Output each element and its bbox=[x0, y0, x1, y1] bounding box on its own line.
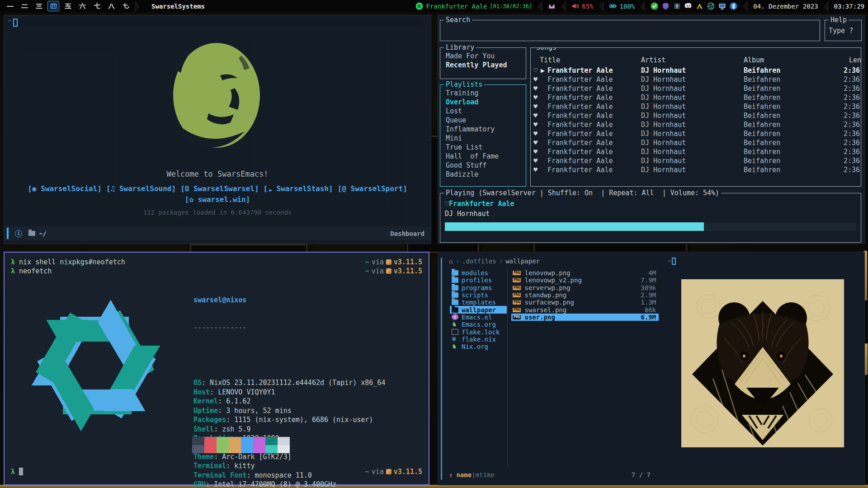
dashboard-link[interactable]: [◉ SwarselSocial] bbox=[28, 184, 102, 193]
favorite-heart-icon[interactable]: ♥ bbox=[533, 84, 538, 93]
monitor-icon[interactable] bbox=[718, 2, 726, 10]
favorite-heart-icon[interactable]: ♥ bbox=[533, 93, 538, 102]
discord-icon[interactable] bbox=[684, 2, 692, 10]
song-row[interactable]: ♥ Frankfurter Aale DJ Hornhaut Beifahren… bbox=[531, 147, 861, 156]
playlist-item[interactable]: Training bbox=[446, 89, 526, 98]
search-box-label: Search bbox=[444, 16, 472, 24]
dashboard-link-swarsel-win[interactable]: [✿ swarsel.win] bbox=[185, 195, 250, 204]
emacs-tab-bar[interactable] bbox=[16, 19, 423, 27]
sort-key[interactable]: name bbox=[456, 471, 472, 479]
workspace-3[interactable] bbox=[33, 1, 45, 11]
dir-item[interactable]: programs bbox=[450, 284, 507, 291]
song-row[interactable]: ♥ Frankfurter Aale DJ Hornhaut Beifahren… bbox=[531, 156, 861, 165]
song-row[interactable]: ♥ Frankfurter Aale DJ Hornhaut Beifahren… bbox=[531, 111, 861, 120]
tray-icon-shield[interactable] bbox=[662, 2, 670, 10]
battery-module[interactable]: 100% bbox=[609, 2, 635, 10]
dir-item[interactable]: flake.nix bbox=[450, 336, 507, 343]
progress-bar[interactable] bbox=[445, 222, 856, 231]
tray-icon-check[interactable] bbox=[651, 2, 658, 10]
favorite-heart-icon[interactable]: ♥ bbox=[533, 120, 538, 129]
workspace-1[interactable] bbox=[4, 1, 16, 11]
neofetch-separator: ------------- bbox=[193, 323, 385, 332]
tray-icon-tent[interactable] bbox=[696, 2, 703, 10]
breadcrumb-parent[interactable]: .dotfiles bbox=[462, 258, 496, 265]
sort-alt[interactable]: |mtime bbox=[472, 471, 495, 479]
song-row[interactable]: ♡ ▶ Frankfurter Aale DJ Hornhaut Beifahr… bbox=[531, 66, 861, 75]
playlist-item[interactable]: Queue bbox=[446, 116, 526, 125]
library-item[interactable]: Made For You bbox=[446, 52, 526, 61]
playlist-item[interactable]: True List bbox=[446, 143, 526, 152]
file-type-icon bbox=[452, 285, 458, 291]
workspace-4-active[interactable] bbox=[47, 1, 59, 11]
file-manager-scrollbar[interactable] bbox=[441, 258, 442, 480]
file-item[interactable]: PNG standwp.png 2.9M bbox=[511, 291, 659, 299]
file-item[interactable]: PNG surfacewp.png 1.3M bbox=[511, 299, 659, 306]
workspace-7[interactable] bbox=[91, 1, 103, 11]
terminal-window[interactable]: λ nix shell nixpkgs#neofetch ~viav3.11.5… bbox=[4, 252, 429, 485]
song-row[interactable]: ♥ Frankfurter Aale DJ Hornhaut Beifahren… bbox=[531, 102, 861, 111]
workspace-5[interactable] bbox=[62, 1, 74, 11]
workspace-8[interactable] bbox=[105, 1, 117, 11]
playing-indicator-icon: ▶ bbox=[541, 66, 545, 75]
dir-item[interactable]: Emacs.org bbox=[450, 321, 507, 328]
song-row[interactable]: ♥ Frankfurter Aale DJ Hornhaut Beifahren… bbox=[531, 165, 861, 174]
dir-item[interactable]: scripts bbox=[450, 291, 507, 299]
favorite-heart-icon[interactable]: ♥ bbox=[533, 111, 538, 120]
dir-item[interactable]: Emacs.el bbox=[450, 314, 507, 321]
favorite-heart-icon[interactable]: ♥ bbox=[533, 147, 538, 156]
bluetooth-icon[interactable] bbox=[730, 2, 737, 10]
workspace-2[interactable] bbox=[19, 1, 30, 11]
file-item[interactable]: PNG lenovowp.png 4M bbox=[511, 269, 659, 277]
folder-icon bbox=[28, 231, 35, 236]
favorite-heart-icon[interactable]: ♥ bbox=[533, 75, 538, 84]
favorite-heart-icon[interactable]: ♥ bbox=[533, 165, 538, 174]
playlists-box: Playlists TrainingOverloadLostQueueInfla… bbox=[440, 84, 526, 187]
shell-prompt[interactable]: λ bbox=[11, 468, 23, 476]
playlist-item[interactable]: Inflammatory bbox=[446, 125, 526, 134]
workspace-6[interactable] bbox=[76, 1, 88, 11]
song-row[interactable]: ♥ Frankfurter Aale DJ Hornhaut Beifahren… bbox=[531, 138, 861, 147]
playlist-item[interactable]: Mini bbox=[446, 134, 526, 143]
dir-item[interactable]: profiles bbox=[450, 277, 507, 284]
dashboard-link[interactable]: [♫ SwarselSound] bbox=[106, 184, 176, 193]
playlist-item[interactable]: Hall of Fame bbox=[446, 152, 526, 161]
song-row[interactable]: ♥ Frankfurter Aale DJ Hornhaut Beifahren… bbox=[531, 84, 861, 93]
dashboard-link[interactable]: [@ SwarselSport] bbox=[338, 184, 407, 193]
dir-item[interactable]: modules bbox=[450, 269, 507, 277]
tray-icon-keepass[interactable] bbox=[673, 2, 681, 10]
playlist-item[interactable]: Overload bbox=[446, 98, 526, 107]
favorite-heart-icon[interactable]: ♥ bbox=[533, 102, 538, 111]
favorite-heart-icon[interactable]: ♡ bbox=[533, 66, 538, 75]
playlist-item[interactable]: Lost bbox=[446, 107, 526, 116]
favorite-heart-icon[interactable]: ♥ bbox=[533, 129, 538, 138]
workspace-9[interactable] bbox=[120, 1, 132, 11]
breadcrumb-current[interactable]: wallpaper bbox=[505, 258, 540, 265]
file-item[interactable]: PNG lenovowp_v2.png 7.9M bbox=[511, 277, 659, 284]
dashboard-link[interactable]: [Ω SwarselSwarsel] bbox=[180, 184, 259, 193]
file-item[interactable]: PNG user.png 6.9M bbox=[511, 314, 659, 321]
dir-item[interactable]: wallpaper bbox=[450, 306, 507, 313]
playlist-item[interactable]: Good Stuff bbox=[446, 161, 526, 170]
song-row[interactable]: ♥ Frankfurter Aale DJ Hornhaut Beifahren… bbox=[531, 93, 861, 102]
battery-icon bbox=[609, 2, 617, 10]
search-input[interactable]: Search bbox=[440, 20, 820, 41]
favorite-heart-icon[interactable]: ♥ bbox=[533, 138, 538, 147]
volume-module[interactable]: 65% bbox=[571, 2, 593, 10]
dir-item[interactable]: Nix.org bbox=[450, 343, 507, 350]
favorite-heart-icon[interactable]: ♥ bbox=[533, 156, 538, 165]
song-row[interactable]: ♥ Frankfurter Aale DJ Hornhaut Beifahren… bbox=[531, 129, 861, 138]
syncthing-icon[interactable] bbox=[707, 2, 715, 10]
tray-icon-castle[interactable] bbox=[548, 2, 556, 10]
dashboard-link[interactable]: [☁ SwarselStash] bbox=[264, 184, 333, 193]
file-item[interactable]: PNG serverwp.png 389k bbox=[511, 284, 659, 291]
dashboard-welcome: Welcome to SwarsEmacs! bbox=[4, 169, 431, 178]
python-icon bbox=[386, 469, 392, 474]
song-row[interactable]: ♥ Frankfurter Aale DJ Hornhaut Beifahren… bbox=[531, 120, 861, 129]
playlist-item[interactable]: Badizzle bbox=[446, 170, 526, 179]
file-item[interactable]: PNG swarsel.png 86k bbox=[511, 306, 659, 313]
dir-item[interactable]: templates bbox=[450, 299, 507, 306]
dir-item[interactable]: flake.lock bbox=[450, 328, 507, 335]
spotify-module[interactable]: Frankfurter Aale [01:38/02:36] bbox=[415, 2, 532, 10]
library-item[interactable]: Recently Played bbox=[446, 61, 526, 70]
song-row[interactable]: ♥ Frankfurter Aale DJ Hornhaut Beifahren… bbox=[531, 75, 861, 84]
